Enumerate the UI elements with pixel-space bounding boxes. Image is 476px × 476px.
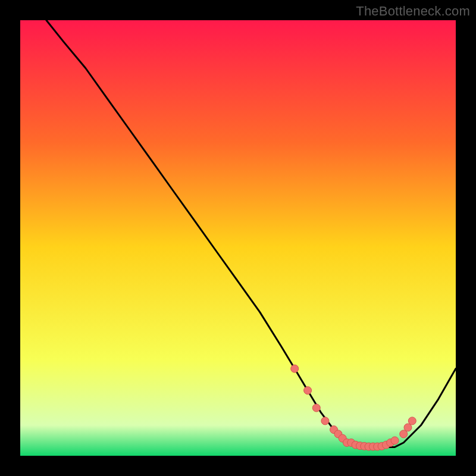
highlight-dot (304, 387, 312, 394)
highlight-dot (408, 417, 416, 425)
highlight-dot (404, 424, 412, 431)
chart-frame: TheBottleneck.com (0, 0, 476, 476)
highlight-dot (321, 417, 329, 425)
highlight-dot (391, 437, 399, 444)
highlight-dot (291, 365, 299, 372)
plot-area (20, 20, 456, 456)
highlight-dot (312, 404, 320, 412)
watermark-text: TheBottleneck.com (356, 4, 470, 19)
gradient-background (20, 20, 456, 456)
bottleneck-curve-plot (20, 20, 456, 456)
highlight-dot (400, 430, 408, 438)
